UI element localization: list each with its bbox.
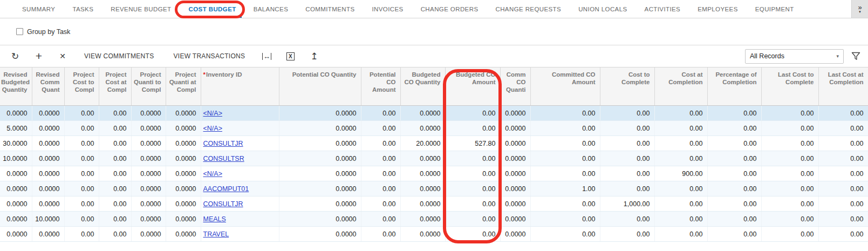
- cell-potential-co-quantity[interactable]: 0.0000: [279, 212, 361, 227]
- cell-revised-comm-quant[interactable]: 0.0000: [32, 121, 64, 136]
- cell-budgeted-co-quantity[interactable]: 0.0000: [400, 166, 445, 181]
- cell-project-quanti-at-compl[interactable]: 0.0000: [166, 181, 201, 196]
- load-records-button[interactable]: ↥: [302, 48, 326, 64]
- cell-last-cost-to-complete[interactable]: 0.00: [761, 181, 818, 196]
- tab-change-requests[interactable]: CHANGE REQUESTS: [487, 0, 570, 18]
- cell-revised-budgeted-quantity[interactable]: 0.0000: [0, 181, 32, 196]
- cell-project-cost-to-compl[interactable]: 0.00: [64, 136, 99, 151]
- tab-change-orders[interactable]: CHANGE ORDERS: [412, 0, 487, 18]
- cell-project-cost-to-compl[interactable]: 0.00: [64, 106, 99, 121]
- cell-potential-co-quantity[interactable]: 0.0000: [279, 136, 361, 151]
- tab-overflow-button[interactable]: » ▼: [851, 0, 868, 18]
- cell-budgeted-co-amount[interactable]: 0.00: [445, 181, 500, 196]
- cell-project-cost-at-compl[interactable]: 0.00: [99, 166, 131, 181]
- cell-percentage-of-completion[interactable]: 0.00: [707, 212, 761, 227]
- cell-project-cost-at-compl[interactable]: 0.00: [99, 106, 131, 121]
- cell-committed-co-amount[interactable]: 0.00: [530, 166, 600, 181]
- column-header-last-cost-at-completion[interactable]: Last Cost at Completion: [818, 67, 868, 106]
- cell-project-quanti-to-compl[interactable]: 0.0000: [131, 181, 166, 196]
- cell-project-quanti-at-compl[interactable]: 0.0000: [166, 212, 201, 227]
- column-header-budgeted-co-quantity[interactable]: Budgeted CO Quantity: [400, 67, 445, 106]
- cell-project-quanti-at-compl[interactable]: 0.0000: [166, 166, 201, 181]
- cell-cost-at-completion[interactable]: 0.00: [654, 227, 707, 242]
- grid-row[interactable]: 0.00000.00000.000.000.00000.0000<N/A>0.0…: [0, 166, 868, 181]
- column-header-last-cost-to-complete[interactable]: Last Cost to Complete: [761, 67, 818, 106]
- cell-project-cost-at-compl[interactable]: 0.00: [99, 227, 131, 242]
- cell-committed-co-amount[interactable]: 0.00: [530, 212, 600, 227]
- grid-row[interactable]: 0.00000.00000.000.000.00000.0000<N/A>0.0…: [0, 106, 868, 121]
- cell-cost-to-complete[interactable]: 0.00: [600, 121, 654, 136]
- add-row-button[interactable]: +: [27, 48, 51, 64]
- cell-last-cost-at-completion[interactable]: 0.00: [818, 151, 868, 166]
- tab-union-locals[interactable]: UNION LOCALS: [570, 0, 635, 18]
- cell-committed-co-amount[interactable]: 0.00: [530, 151, 600, 166]
- cell-project-quanti-at-compl[interactable]: 0.0000: [166, 106, 201, 121]
- grid-row[interactable]: 0.000010.00000.000.000.00000.0000MEALS0.…: [0, 212, 868, 227]
- cell-revised-budgeted-quantity[interactable]: 0.0000: [0, 166, 32, 181]
- cell-cost-at-completion[interactable]: 0.00: [654, 136, 707, 151]
- cell-comm-co-quanti[interactable]: 0.0000: [500, 121, 530, 136]
- cell-comm-co-quanti[interactable]: 0.0000: [500, 181, 530, 196]
- cell-last-cost-to-complete[interactable]: 0.00: [761, 121, 818, 136]
- tab-invoices[interactable]: INVOICES: [364, 0, 412, 18]
- cell-potential-co-quantity[interactable]: 0.0000: [279, 151, 361, 166]
- refresh-button[interactable]: ↻: [3, 48, 27, 64]
- records-filter-dropdown[interactable]: All Records ▾: [745, 49, 844, 64]
- cell-budgeted-co-amount[interactable]: 0.00: [445, 212, 500, 227]
- cell-budgeted-co-quantity[interactable]: 20.0000: [400, 136, 445, 151]
- checkbox-unchecked-icon[interactable]: [16, 28, 23, 35]
- cell-revised-comm-quant[interactable]: 0.0000: [32, 136, 64, 151]
- cell-revised-budgeted-quantity[interactable]: 0.0000: [0, 212, 32, 227]
- cell-project-cost-at-compl[interactable]: 0.00: [99, 151, 131, 166]
- view-commitments-button[interactable]: VIEW COMMITMENTS: [74, 48, 163, 64]
- cell-cost-to-complete[interactable]: 0.00: [600, 106, 654, 121]
- cell-budgeted-co-amount[interactable]: 0.00: [445, 196, 500, 212]
- cell-committed-co-amount[interactable]: 0.00: [530, 227, 600, 242]
- inventory-id-link[interactable]: MEALS: [203, 215, 226, 223]
- cell-budgeted-co-quantity[interactable]: 0.0000: [400, 212, 445, 227]
- cell-project-quanti-at-compl[interactable]: 0.0000: [166, 196, 201, 212]
- cell-cost-to-complete[interactable]: 0.00: [600, 212, 654, 227]
- cell-inventory-id[interactable]: CONSULTJR: [201, 196, 279, 212]
- column-header-project-cost-to-compl[interactable]: Project Cost to Compl: [64, 67, 99, 106]
- cell-project-cost-at-compl[interactable]: 0.00: [99, 212, 131, 227]
- cell-cost-at-completion[interactable]: 900.00: [654, 166, 707, 181]
- cell-potential-co-amount[interactable]: 0.00: [361, 106, 400, 121]
- filter-settings-button[interactable]: [851, 52, 860, 60]
- cell-committed-co-amount[interactable]: 0.00: [530, 196, 600, 212]
- cell-percentage-of-completion[interactable]: 0.00: [707, 181, 761, 196]
- cell-cost-at-completion[interactable]: 0.00: [654, 106, 707, 121]
- cell-last-cost-at-completion[interactable]: 0.00: [818, 166, 868, 181]
- cell-project-cost-at-compl[interactable]: 0.00: [99, 136, 131, 151]
- cell-project-cost-at-compl[interactable]: 0.00: [99, 181, 131, 196]
- cell-last-cost-at-completion[interactable]: 0.00: [818, 196, 868, 212]
- cell-project-quanti-to-compl[interactable]: 0.0000: [131, 212, 166, 227]
- inventory-id-link[interactable]: CONSULTJR: [203, 140, 243, 147]
- inventory-id-link[interactable]: <N/A>: [203, 170, 222, 178]
- cell-potential-co-amount[interactable]: 0.00: [361, 227, 400, 242]
- cell-project-quanti-to-compl[interactable]: 0.0000: [131, 151, 166, 166]
- column-header-project-quanti-at-compl[interactable]: Project Quanti at Compl: [166, 67, 201, 106]
- cell-comm-co-quanti[interactable]: 0.0000: [500, 106, 530, 121]
- tab-summary[interactable]: SUMMARY: [13, 0, 64, 18]
- cell-cost-to-complete[interactable]: 0.00: [600, 227, 654, 242]
- cell-comm-co-quanti[interactable]: 0.0000: [500, 196, 530, 212]
- cell-percentage-of-completion[interactable]: 0.00: [707, 136, 761, 151]
- column-header-committed-co-amount[interactable]: Committed CO Amount: [530, 67, 600, 106]
- column-header-percentage-of-completion[interactable]: Percentage of Completion: [707, 67, 761, 106]
- cell-project-quanti-to-compl[interactable]: 0.0000: [131, 106, 166, 121]
- cell-inventory-id[interactable]: TRAVEL: [201, 227, 279, 242]
- cell-revised-budgeted-quantity[interactable]: 5.0000: [0, 121, 32, 136]
- cell-revised-comm-quant[interactable]: 0.0000: [32, 181, 64, 196]
- cell-revised-comm-quant[interactable]: 0.0000: [32, 151, 64, 166]
- cell-revised-comm-quant[interactable]: 0.0000: [32, 106, 64, 121]
- column-header-cost-to-complete[interactable]: Cost to Complete: [600, 67, 654, 106]
- cell-percentage-of-completion[interactable]: 0.00: [707, 121, 761, 136]
- tab-equipment[interactable]: EQUIPMENT: [747, 0, 803, 18]
- cell-budgeted-co-amount[interactable]: 0.00: [445, 121, 500, 136]
- column-header-inventory-id[interactable]: *Inventory ID: [201, 67, 279, 106]
- inventory-id-link[interactable]: CONSULTJR: [203, 200, 243, 208]
- cell-potential-co-quantity[interactable]: 0.0000: [279, 121, 361, 136]
- cell-revised-comm-quant[interactable]: 10.0000: [32, 212, 64, 227]
- cell-revised-budgeted-quantity[interactable]: 30.0000: [0, 136, 32, 151]
